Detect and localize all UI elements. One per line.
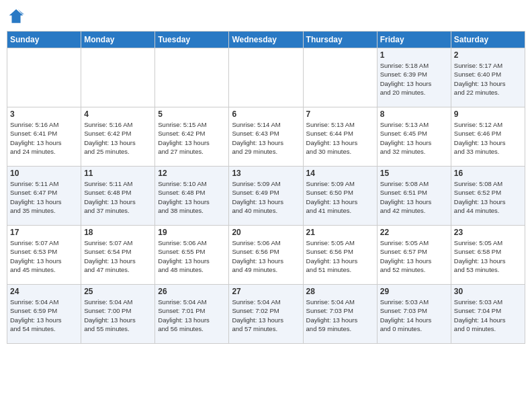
day-number: 4: [84, 109, 152, 119]
calendar-day-header: Saturday: [451, 32, 525, 48]
day-detail: Sunrise: 5:03 AM Sunset: 7:03 PM Dayligh…: [380, 298, 448, 333]
day-number: 23: [454, 228, 522, 237]
calendar-day-cell: 22Sunrise: 5:05 AM Sunset: 6:57 PM Dayli…: [377, 226, 451, 285]
day-detail: Sunrise: 5:17 AM Sunset: 6:40 PM Dayligh…: [454, 61, 522, 97]
day-detail: Sunrise: 5:11 AM Sunset: 6:48 PM Dayligh…: [84, 179, 152, 215]
day-number: 15: [380, 169, 448, 178]
day-number: 27: [232, 287, 300, 296]
calendar-body: 1Sunrise: 5:18 AM Sunset: 6:39 PM Daylig…: [7, 48, 525, 344]
day-number: 14: [306, 169, 374, 178]
day-number: 2: [454, 50, 522, 60]
day-detail: Sunrise: 5:07 AM Sunset: 6:53 PM Dayligh…: [10, 238, 78, 274]
calendar-day-cell: 13Sunrise: 5:09 AM Sunset: 6:49 PM Dayli…: [229, 167, 303, 226]
calendar-day-cell: [155, 48, 229, 107]
day-detail: Sunrise: 5:16 AM Sunset: 6:41 PM Dayligh…: [10, 120, 78, 156]
day-detail: Sunrise: 5:09 AM Sunset: 6:50 PM Dayligh…: [306, 179, 374, 215]
calendar-day-cell: [7, 48, 81, 107]
calendar-day-cell: 16Sunrise: 5:08 AM Sunset: 6:52 PM Dayli…: [451, 167, 525, 226]
calendar-day-cell: 3Sunrise: 5:16 AM Sunset: 6:41 PM Daylig…: [7, 107, 81, 167]
calendar-week-row: 3Sunrise: 5:16 AM Sunset: 6:41 PM Daylig…: [7, 107, 525, 167]
calendar-week-row: 24Sunrise: 5:04 AM Sunset: 6:59 PM Dayli…: [7, 285, 525, 344]
calendar-day-cell: 10Sunrise: 5:11 AM Sunset: 6:47 PM Dayli…: [7, 167, 81, 226]
calendar-day-header: Sunday: [7, 32, 81, 48]
calendar-day-cell: 1Sunrise: 5:18 AM Sunset: 6:39 PM Daylig…: [377, 48, 451, 107]
day-number: 16: [454, 169, 522, 178]
logo: [7, 7, 28, 26]
day-number: 3: [10, 109, 78, 119]
day-detail: Sunrise: 5:12 AM Sunset: 6:46 PM Dayligh…: [454, 120, 522, 156]
calendar-day-cell: 29Sunrise: 5:03 AM Sunset: 7:03 PM Dayli…: [377, 285, 451, 344]
day-detail: Sunrise: 5:11 AM Sunset: 6:47 PM Dayligh…: [10, 179, 78, 215]
day-detail: Sunrise: 5:09 AM Sunset: 6:49 PM Dayligh…: [232, 179, 300, 215]
day-detail: Sunrise: 5:04 AM Sunset: 7:02 PM Dayligh…: [232, 298, 300, 333]
day-number: 6: [232, 109, 300, 119]
calendar-header-row: SundayMondayTuesdayWednesdayThursdayFrid…: [7, 32, 525, 48]
day-detail: Sunrise: 5:04 AM Sunset: 7:00 PM Dayligh…: [84, 298, 152, 333]
calendar-day-cell: 11Sunrise: 5:11 AM Sunset: 6:48 PM Dayli…: [81, 167, 155, 226]
calendar-day-cell: 18Sunrise: 5:07 AM Sunset: 6:54 PM Dayli…: [81, 226, 155, 285]
day-number: 13: [232, 169, 300, 178]
calendar-day-header: Tuesday: [155, 32, 229, 48]
day-detail: Sunrise: 5:06 AM Sunset: 6:56 PM Dayligh…: [232, 238, 300, 274]
day-number: 7: [306, 109, 374, 119]
day-number: 8: [380, 109, 448, 119]
day-detail: Sunrise: 5:18 AM Sunset: 6:39 PM Dayligh…: [380, 61, 448, 97]
calendar-day-cell: 28Sunrise: 5:04 AM Sunset: 7:03 PM Dayli…: [303, 285, 377, 344]
day-number: 26: [158, 287, 226, 296]
calendar-day-cell: 17Sunrise: 5:07 AM Sunset: 6:53 PM Dayli…: [7, 226, 81, 285]
day-number: 28: [306, 287, 374, 296]
calendar-day-header: Friday: [377, 32, 451, 48]
day-number: 24: [10, 287, 78, 296]
calendar-day-cell: 30Sunrise: 5:03 AM Sunset: 7:04 PM Dayli…: [451, 285, 525, 344]
day-detail: Sunrise: 5:08 AM Sunset: 6:51 PM Dayligh…: [380, 179, 448, 215]
calendar-day-cell: 9Sunrise: 5:12 AM Sunset: 6:46 PM Daylig…: [451, 107, 525, 167]
calendar-day-cell: 5Sunrise: 5:15 AM Sunset: 6:42 PM Daylig…: [155, 107, 229, 167]
calendar-day-cell: 12Sunrise: 5:10 AM Sunset: 6:48 PM Dayli…: [155, 167, 229, 226]
day-detail: Sunrise: 5:05 AM Sunset: 6:56 PM Dayligh…: [306, 238, 374, 274]
calendar-day-cell: 4Sunrise: 5:16 AM Sunset: 6:42 PM Daylig…: [81, 107, 155, 167]
calendar-week-row: 10Sunrise: 5:11 AM Sunset: 6:47 PM Dayli…: [7, 167, 525, 226]
calendar-table: SundayMondayTuesdayWednesdayThursdayFrid…: [7, 31, 525, 344]
calendar-day-header: Wednesday: [229, 32, 303, 48]
day-detail: Sunrise: 5:05 AM Sunset: 6:58 PM Dayligh…: [454, 238, 522, 274]
day-detail: Sunrise: 5:07 AM Sunset: 6:54 PM Dayligh…: [84, 238, 152, 274]
calendar-day-cell: 6Sunrise: 5:14 AM Sunset: 6:43 PM Daylig…: [229, 107, 303, 167]
day-detail: Sunrise: 5:04 AM Sunset: 7:03 PM Dayligh…: [306, 298, 374, 333]
day-number: 17: [10, 228, 78, 237]
day-detail: Sunrise: 5:10 AM Sunset: 6:48 PM Dayligh…: [158, 179, 226, 215]
day-number: 10: [10, 169, 78, 178]
calendar-day-cell: 20Sunrise: 5:06 AM Sunset: 6:56 PM Dayli…: [229, 226, 303, 285]
calendar-day-cell: 7Sunrise: 5:13 AM Sunset: 6:44 PM Daylig…: [303, 107, 377, 167]
calendar-week-row: 1Sunrise: 5:18 AM Sunset: 6:39 PM Daylig…: [7, 48, 525, 107]
day-detail: Sunrise: 5:13 AM Sunset: 6:45 PM Dayligh…: [380, 120, 448, 156]
calendar-day-cell: [229, 48, 303, 107]
calendar-day-cell: 25Sunrise: 5:04 AM Sunset: 7:00 PM Dayli…: [81, 285, 155, 344]
day-detail: Sunrise: 5:05 AM Sunset: 6:57 PM Dayligh…: [380, 238, 448, 274]
calendar-day-cell: 8Sunrise: 5:13 AM Sunset: 6:45 PM Daylig…: [377, 107, 451, 167]
calendar-day-cell: 24Sunrise: 5:04 AM Sunset: 6:59 PM Dayli…: [7, 285, 81, 344]
day-detail: Sunrise: 5:06 AM Sunset: 6:55 PM Dayligh…: [158, 238, 226, 274]
day-number: 18: [84, 228, 152, 237]
calendar-day-header: Thursday: [303, 32, 377, 48]
calendar-day-cell: [81, 48, 155, 107]
calendar-day-cell: 26Sunrise: 5:04 AM Sunset: 7:01 PM Dayli…: [155, 285, 229, 344]
calendar-day-cell: 14Sunrise: 5:09 AM Sunset: 6:50 PM Dayli…: [303, 167, 377, 226]
day-detail: Sunrise: 5:04 AM Sunset: 7:01 PM Dayligh…: [158, 298, 226, 333]
calendar-day-cell: 27Sunrise: 5:04 AM Sunset: 7:02 PM Dayli…: [229, 285, 303, 344]
day-number: 19: [158, 228, 226, 237]
day-detail: Sunrise: 5:15 AM Sunset: 6:42 PM Dayligh…: [158, 120, 226, 156]
calendar-day-cell: [303, 48, 377, 107]
day-detail: Sunrise: 5:14 AM Sunset: 6:43 PM Dayligh…: [232, 120, 300, 156]
logo-icon: [7, 7, 26, 26]
calendar-day-cell: 23Sunrise: 5:05 AM Sunset: 6:58 PM Dayli…: [451, 226, 525, 285]
calendar-week-row: 17Sunrise: 5:07 AM Sunset: 6:53 PM Dayli…: [7, 226, 525, 285]
day-number: 20: [232, 228, 300, 237]
day-number: 11: [84, 169, 152, 178]
calendar-day-cell: 2Sunrise: 5:17 AM Sunset: 6:40 PM Daylig…: [451, 48, 525, 107]
day-number: 12: [158, 169, 226, 178]
svg-marker-0: [9, 9, 24, 24]
calendar-day-cell: 19Sunrise: 5:06 AM Sunset: 6:55 PM Dayli…: [155, 226, 229, 285]
day-number: 9: [454, 109, 522, 119]
day-number: 22: [380, 228, 448, 237]
day-detail: Sunrise: 5:16 AM Sunset: 6:42 PM Dayligh…: [84, 120, 152, 156]
